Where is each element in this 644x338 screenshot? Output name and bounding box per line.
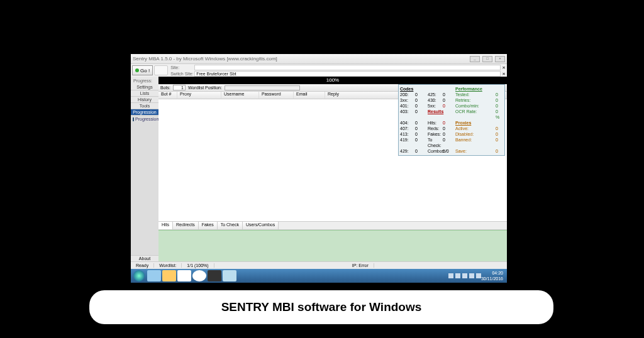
stat-value: 0 (496, 92, 503, 97)
titlebar[interactable]: Sentry MBA 1.5.0 - by Microsoft Windows … (131, 54, 507, 64)
window-title: Sentry MBA 1.5.0 - by Microsoft Windows … (133, 56, 470, 62)
col-proxy[interactable]: Proxy (177, 92, 221, 99)
status-wordlist-label: Wordlist: (154, 263, 182, 268)
stat-label: 3xx: (400, 97, 414, 103)
site-field[interactable] (194, 65, 501, 70)
stat-label: 430: (428, 97, 441, 103)
results-panel[interactable] (158, 230, 507, 261)
stat-value: 0 (415, 126, 426, 131)
stat-value: 0 (415, 148, 426, 154)
site-close-icon[interactable]: × (501, 65, 507, 70)
stat-label: 407: (400, 126, 414, 131)
sidebar-sub-label: Progression (135, 117, 158, 121)
stat-label: Tested: (455, 92, 494, 97)
minimize-button[interactable]: _ (470, 56, 480, 62)
checkbox-icon (133, 117, 134, 121)
stat-label: Save: (455, 148, 494, 154)
stat-value: 0 (496, 103, 503, 109)
col-password[interactable]: Password (259, 92, 294, 99)
close-button[interactable]: × (495, 56, 505, 62)
status-count: 1/1 (100%) (182, 263, 214, 268)
results-header: Results (428, 109, 454, 120)
taskbar-app3[interactable] (223, 270, 236, 281)
app-window: Sentry MBA 1.5.0 - by Microsoft Windows … (131, 54, 507, 279)
codes-header: Codes (400, 86, 454, 92)
tray-icon[interactable] (469, 273, 474, 278)
tray-icon[interactable] (476, 273, 481, 278)
system-tray[interactable] (448, 273, 481, 278)
status-ready: Ready (131, 263, 154, 268)
stat-label: 200: (400, 92, 414, 97)
maximize-button[interactable]: □ (482, 56, 492, 62)
stat-value: 0 (443, 137, 454, 148)
stat-value: 0 (496, 137, 503, 148)
stat-value: 0 (415, 120, 426, 126)
stat-value: 0 (443, 131, 454, 137)
stat-value: 0 (443, 120, 454, 126)
sidebar-subitem-progression[interactable]: Progression (131, 116, 158, 123)
taskbar-folder[interactable] (162, 270, 176, 281)
bots-label: Bots: (160, 85, 170, 90)
stat-label: 401: (400, 103, 414, 109)
stat-value: 0 % (496, 109, 503, 120)
stat-value: 0 (415, 97, 426, 103)
switch-site-label: Switch Site: (169, 72, 194, 76)
tray-icon[interactable] (462, 273, 467, 278)
sidebar: Settings Lists History Tools Progression… (131, 84, 158, 261)
result-tabs: Hits Redirects Fakes To Check Users/Comb… (158, 221, 507, 230)
tray-icon[interactable] (455, 273, 460, 278)
stat-label: OCR Rate: (455, 109, 494, 120)
tab-userscombos[interactable]: Users/Combos (243, 222, 279, 229)
tray-icon[interactable] (448, 273, 453, 278)
sidebar-item-lists[interactable]: Lists (131, 90, 158, 97)
stat-label: 5xx: (428, 103, 441, 109)
sidebar-item-tools[interactable]: Tools (131, 103, 158, 109)
play-icon (135, 68, 139, 72)
go-button[interactable]: Go ! (132, 65, 153, 75)
stat-label: Combos: (428, 148, 441, 154)
wordlist-pos-label: Wordlist Position: (188, 85, 222, 90)
wordlist-pos-slider[interactable] (225, 85, 300, 90)
switch-close-icon[interactable]: × (501, 71, 507, 77)
sidebar-item-history[interactable]: History (131, 97, 158, 103)
stat-value: 0 (443, 126, 454, 131)
sidebar-item-settings[interactable]: Settings (131, 84, 158, 90)
col-email[interactable]: Email (294, 92, 325, 99)
stat-value: 0 (415, 103, 426, 109)
taskbar-explorer[interactable] (147, 270, 161, 281)
stat-label: Reds: (428, 126, 441, 131)
stat-label: Hits: (428, 120, 441, 126)
image-caption: SENTRY MBI software for Windows (89, 290, 553, 324)
col-username[interactable]: Username (221, 92, 259, 99)
taskbar-clock[interactable]: 04:20 30/11/2016 (481, 270, 506, 281)
taskbar-chrome[interactable] (192, 270, 206, 281)
stat-value: 0 (496, 97, 503, 103)
stat-value: 5/0 (443, 148, 454, 154)
stat-label: Banned: (455, 137, 494, 148)
sidebar-item-progression[interactable]: Progression (131, 109, 158, 116)
sidebar-item-about[interactable]: About (131, 255, 158, 261)
start-button[interactable] (132, 270, 146, 281)
switch-site-field[interactable]: Free Bruteforcer Sbt (194, 71, 501, 77)
taskbar-app2[interactable] (208, 270, 221, 281)
col-bot[interactable]: Bot # (158, 92, 177, 99)
stat-label: To Check: (428, 137, 441, 148)
tab-hits[interactable]: Hits (158, 222, 173, 229)
tab-redirects[interactable]: Redirects (173, 222, 199, 229)
go-label: Go ! (140, 68, 150, 74)
abort-button[interactable] (154, 65, 168, 75)
stat-label: 403: (400, 109, 414, 120)
content-area: Bots: 1 Wordlist Position: Bot # Proxy U… (158, 84, 507, 261)
stat-label: Active: (455, 126, 494, 131)
tab-tocheck[interactable]: To Check (218, 222, 243, 229)
stat-label: Fakes: (428, 131, 441, 137)
progress-text: 100% (326, 77, 339, 83)
bots-input[interactable]: 1 (173, 85, 186, 90)
windows-taskbar[interactable]: 04:20 30/11/2016 (131, 269, 507, 283)
taskbar-app1[interactable] (177, 270, 191, 281)
clock-date: 30/11/2016 (481, 276, 503, 281)
stat-label: Combo/min: (455, 103, 494, 109)
tab-fakes[interactable]: Fakes (199, 222, 218, 229)
statusbar: Ready Wordlist: 1/1 (100%) IP: Error (131, 261, 507, 269)
stat-value: 0 (415, 109, 426, 120)
